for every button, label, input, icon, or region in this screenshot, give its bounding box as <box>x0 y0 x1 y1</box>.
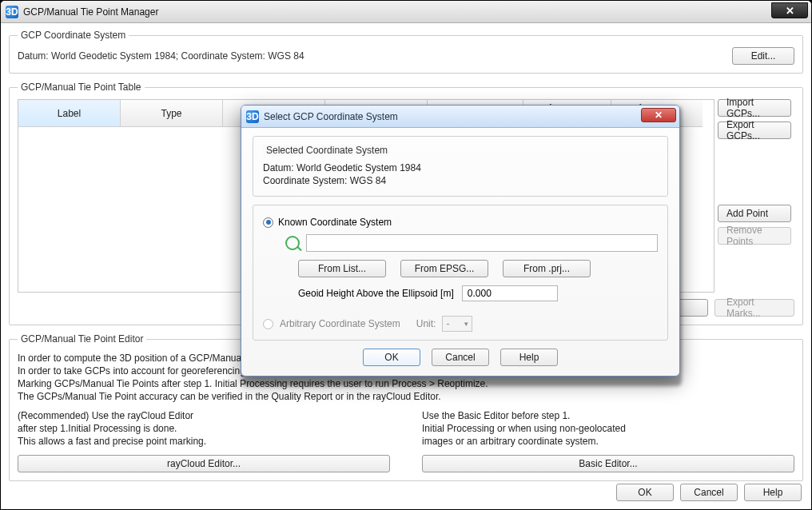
raycloud-col: (Recommended) Use the rayCloud Editor af… <box>18 408 390 472</box>
table-side-buttons-1: Import GCPs... Export GCPs... <box>718 99 791 139</box>
unit-value: - <box>446 318 449 329</box>
window-title: GCP/Manual Tie Point Manager <box>23 6 158 18</box>
main-ok-button[interactable]: OK <box>616 484 674 501</box>
raycloud-text-1: (Recommended) Use the rayCloud Editor <box>18 410 390 421</box>
main-window: 3D GCP/Manual Tie Point Manager ✕ GCP Co… <box>0 0 812 510</box>
editor-text-4: The GCPs/Manual Tie Point accuracy can b… <box>18 391 794 402</box>
basic-col: Use the Basic Editor before step 1. Init… <box>422 408 794 472</box>
window-close-button[interactable]: ✕ <box>771 2 808 18</box>
import-gcps-button[interactable]: Import GCPs... <box>718 99 791 117</box>
basic-text-2: Initial Processing or when using non-geo… <box>422 423 794 434</box>
gcp-coord-system-legend: GCP Coordinate System <box>18 30 129 41</box>
selected-datum: Datum: World Geodetic System 1984 <box>263 162 658 173</box>
selected-coord-system-group: Selected Coordinate System Datum: World … <box>253 136 668 197</box>
dialog-app-icon: 3D <box>246 110 259 123</box>
select-coord-system-dialog: 3D Select GCP Coordinate System ✕ Select… <box>241 105 680 377</box>
app-icon: 3D <box>6 6 18 18</box>
gcp-coord-system-group: GCP Coordinate System Datum: World Geode… <box>9 30 803 74</box>
arbitrary-cs-row[interactable]: Arbitrary Coordinate System Unit: - ▾ <box>263 316 658 332</box>
raycloud-text-3: This allows a fast and precise point mar… <box>18 436 390 447</box>
col-type[interactable]: Type <box>121 100 223 127</box>
known-cs-radio-row[interactable]: Known Coordinate System <box>263 217 658 228</box>
raycloud-editor-button[interactable]: rayCloud Editor... <box>18 455 390 472</box>
table-side-buttons-2: Add Point Remove Points <box>718 205 791 245</box>
raycloud-text-2: after step 1.Initial Processing is done. <box>18 423 390 434</box>
arbitrary-cs-label: Arbitrary Coordinate System <box>280 318 400 329</box>
close-icon: ✕ <box>786 6 794 16</box>
main-footer-buttons: OK Cancel Help <box>616 484 802 501</box>
close-icon: ✕ <box>655 110 663 120</box>
arbitrary-cs-radio[interactable] <box>263 319 273 329</box>
coord-system-choice-group: Known Coordinate System From List... Fro… <box>253 205 668 341</box>
add-point-button[interactable]: Add Point <box>718 205 791 222</box>
dialog-help-button[interactable]: Help <box>500 349 558 366</box>
basic-text-1: Use the Basic Editor before step 1. <box>422 410 794 421</box>
dialog-footer: OK Cancel Help <box>253 349 668 366</box>
dialog-close-button[interactable]: ✕ <box>641 108 676 122</box>
titlebar: 3D GCP/Manual Tie Point Manager ✕ <box>1 1 811 23</box>
tie-point-table-legend: GCP/Manual Tie Point Table <box>18 82 145 93</box>
main-cancel-button[interactable]: Cancel <box>680 484 738 501</box>
col-label[interactable]: Label <box>18 100 121 127</box>
from-prj-button[interactable]: From .prj... <box>503 260 591 277</box>
selected-cs: Coordinate System: WGS 84 <box>263 175 658 186</box>
tie-point-editor-legend: GCP/Manual Tie Point Editor <box>18 333 146 345</box>
export-gcps-button[interactable]: Export GCPs... <box>718 122 791 139</box>
dialog-cancel-button[interactable]: Cancel <box>432 349 489 366</box>
known-cs-radio[interactable] <box>263 217 273 228</box>
edit-coord-system-button[interactable]: Edit... <box>732 47 794 65</box>
basic-text-3: images or an arbitrary coordinate system… <box>422 436 794 447</box>
dialog-title: Select GCP Coordinate System <box>264 111 398 122</box>
export-marks-button[interactable]: Export Marks... <box>714 299 794 317</box>
selected-coord-legend: Selected Coordinate System <box>263 145 391 156</box>
dialog-ok-button[interactable]: OK <box>363 349 420 366</box>
geoid-height-input[interactable] <box>462 285 558 301</box>
unit-select[interactable]: - ▾ <box>442 316 472 332</box>
basic-editor-button[interactable]: Basic Editor... <box>422 455 794 472</box>
chevron-down-icon: ▾ <box>464 320 468 328</box>
from-epsg-button[interactable]: From EPSG... <box>400 260 488 277</box>
search-icon <box>285 236 300 250</box>
unit-label: Unit: <box>416 318 436 329</box>
coord-search-input[interactable] <box>306 234 658 252</box>
geoid-label: Geoid Height Above the Ellipsoid [m] <box>298 288 454 299</box>
known-cs-label: Known Coordinate System <box>278 217 392 228</box>
main-help-button[interactable]: Help <box>744 484 802 501</box>
from-list-button[interactable]: From List... <box>298 260 386 277</box>
datum-text: Datum: World Geodetic System 1984; Coord… <box>18 50 304 62</box>
remove-points-button[interactable]: Remove Points <box>718 227 791 245</box>
dialog-titlebar: 3D Select GCP Coordinate System ✕ <box>241 106 679 128</box>
